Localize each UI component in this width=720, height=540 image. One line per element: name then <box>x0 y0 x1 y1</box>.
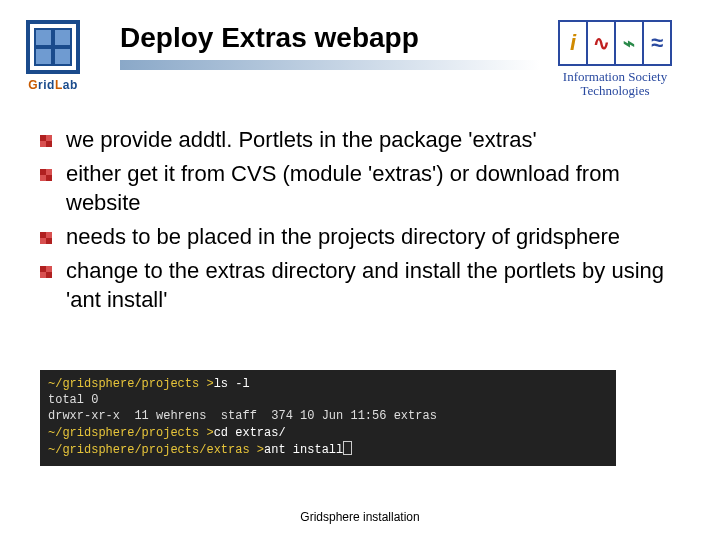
gridlab-logo-label: GridLab <box>18 78 88 92</box>
list-item: change to the extras directory and insta… <box>40 256 680 315</box>
bullet-list: we provide addtl. Portlets in the packag… <box>40 125 680 315</box>
list-item: needs to be placed in the projects direc… <box>40 222 680 252</box>
ist-logo-label: Information Society Technologies <box>540 70 690 99</box>
ist-logo: i ∿ ⌁ ≈ Information Society Technologies <box>540 20 690 99</box>
footer-text: Gridsphere installation <box>0 510 720 524</box>
ist-logo-icon: i ∿ ⌁ ≈ <box>558 20 672 66</box>
terminal-output: ~/gridsphere/projects >ls -ltotal 0drwxr… <box>40 370 616 466</box>
page-title: Deploy Extras webapp <box>120 22 540 54</box>
content: we provide addtl. Portlets in the packag… <box>40 125 680 319</box>
list-item: we provide addtl. Portlets in the packag… <box>40 125 680 155</box>
gridlab-logo: GridLab <box>18 20 88 92</box>
title-rule <box>120 60 540 70</box>
list-item: either get it from CVS (module 'extras')… <box>40 159 680 218</box>
title-block: Deploy Extras webapp <box>120 22 540 70</box>
gridlab-logo-icon <box>26 20 80 74</box>
